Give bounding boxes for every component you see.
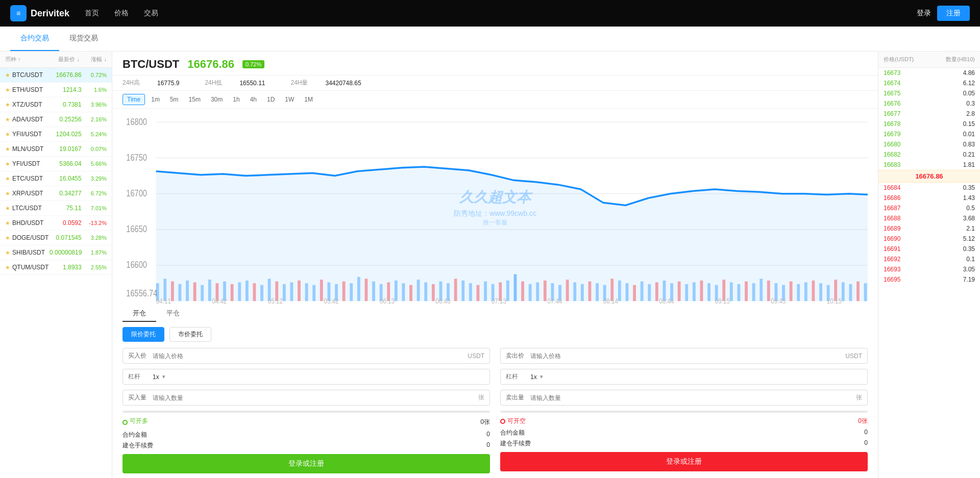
tab-close[interactable]: 平仓	[156, 306, 190, 322]
coin-name: YFI/USDT	[12, 160, 50, 167]
table-row[interactable]: 16687 0.5	[878, 203, 980, 213]
buy-price-input[interactable]	[153, 353, 468, 360]
register-button[interactable]: 注册	[937, 6, 970, 21]
buy-contract-amount-row: 合约金额 0	[122, 431, 490, 439]
table-row[interactable]: 16683 1.81	[878, 160, 980, 170]
buy-leverage-select[interactable]: 1x ▼	[153, 373, 484, 381]
sell-leverage-select[interactable]: 1x ▼	[530, 373, 862, 381]
time-btn-1m[interactable]: 1m	[147, 94, 164, 105]
table-row[interactable]: 16688 3.68	[878, 213, 980, 223]
buy-submit-btn[interactable]: 登录或注册	[122, 454, 490, 473]
table-row[interactable]: 16695 7.19	[878, 274, 980, 285]
sub-nav-spot[interactable]: 现货交易	[59, 27, 108, 51]
svg-text:04:42: 04:42	[212, 297, 227, 305]
sell-price-input[interactable]	[530, 353, 845, 360]
nav-trade[interactable]: 交易	[144, 9, 158, 18]
ob-ask-price: 16676	[884, 100, 900, 107]
time-btn-1w[interactable]: 1W	[281, 94, 298, 105]
table-row[interactable]: 16673 4.86	[878, 68, 980, 78]
ob-ask-price: 16683	[884, 161, 900, 168]
nav-price[interactable]: 价格	[114, 9, 129, 18]
svg-rect-104	[842, 282, 845, 301]
coin-name: YFII/USDT	[12, 131, 50, 138]
table-row[interactable]: 16690 5.12	[878, 234, 980, 244]
list-item[interactable]: ★ ETC/USDT 16.0455 3.29%	[0, 171, 112, 186]
table-row[interactable]: 16677 2.8	[878, 109, 980, 119]
buy-qty-label: 买入量	[128, 393, 149, 402]
star-icon: ★	[5, 146, 10, 153]
svg-rect-91	[745, 282, 748, 301]
sub-nav-contract[interactable]: 合约交易	[10, 27, 59, 51]
time-btn-15m[interactable]: 15m	[185, 94, 205, 105]
svg-rect-84	[693, 282, 696, 301]
table-row[interactable]: 16682 0.21	[878, 149, 980, 160]
sell-qty-input[interactable]	[530, 394, 856, 401]
list-item[interactable]: ★ SHIB/USDT 0.00000819 1.87%	[0, 245, 112, 260]
list-item[interactable]: ★ BHD/USDT 0.0592 -13.2%	[0, 216, 112, 231]
ob-bid-price: 16693	[884, 266, 900, 273]
list-item[interactable]: ★ QTUM/USDT 1.8933 2.55%	[0, 260, 112, 275]
buy-fee-row: 建仓手续费 0	[122, 441, 490, 450]
list-item[interactable]: ★ XTZ/USDT 0.7381 3.96%	[0, 97, 112, 112]
svg-rect-70	[589, 282, 592, 301]
star-icon: ★	[5, 102, 10, 108]
table-row[interactable]: 16686 1.43	[878, 193, 980, 203]
time-btn-1M[interactable]: 1M	[300, 94, 317, 105]
ob-bid-qty: 3.05	[963, 266, 975, 273]
list-item[interactable]: ★ ADA/USDT 0.25256 2.16%	[0, 112, 112, 127]
list-item[interactable]: ★ XRP/USDT 0.34277 6.72%	[0, 186, 112, 201]
time-btn-1h[interactable]: 1h	[229, 94, 243, 105]
ob-price-header: 价格(USDT)	[884, 56, 914, 63]
svg-rect-69	[581, 284, 584, 301]
coin-change: 5.66%	[82, 161, 107, 167]
list-item[interactable]: ★ MLN/USDT 19.0167 0.07%	[0, 142, 112, 157]
table-row[interactable]: 16676 0.3	[878, 98, 980, 109]
nav-home[interactable]: 首页	[85, 9, 99, 18]
table-row[interactable]: 16678 0.15	[878, 119, 980, 129]
table-row[interactable]: 16680 0.83	[878, 139, 980, 149]
time-btn-4h[interactable]: 4h	[246, 94, 261, 105]
time-btn-1d[interactable]: 1D	[263, 94, 279, 105]
list-item[interactable]: ★ YFII/USDT 1204.025 5.24%	[0, 127, 112, 142]
sell-submit-btn[interactable]: 登录或注册	[500, 452, 868, 471]
svg-rect-74	[618, 281, 621, 301]
list-item[interactable]: ★ LTC/USDT 75.11 7.01%	[0, 201, 112, 216]
time-btn-time[interactable]: Time	[122, 94, 145, 105]
coin-price: 16.0455	[50, 175, 82, 182]
list-item[interactable]: ★ DOGE/USDT 0.071545 3.28%	[0, 231, 112, 245]
low-value: 16550.11	[239, 80, 265, 87]
orderbook-asks: 16673 4.86 16674 6.12 16675 0.05 16676 0…	[878, 68, 980, 170]
ob-bid-qty: 1.43	[963, 194, 975, 202]
time-btn-30m[interactable]: 30m	[207, 94, 227, 105]
table-row[interactable]: 16675 0.05	[878, 88, 980, 98]
table-row[interactable]: 16679 0.01	[878, 129, 980, 139]
svg-rect-59	[506, 281, 509, 301]
vol-value: 34420748.65	[326, 80, 361, 87]
table-row[interactable]: 16691 0.35	[878, 244, 980, 254]
ob-current-price: 16676.86	[915, 172, 943, 180]
coin-price: 16676.86	[50, 71, 82, 79]
login-button[interactable]: 登录	[917, 9, 931, 18]
table-row[interactable]: 16684 0.35	[878, 183, 980, 193]
coin-name: BTC/USDT	[12, 71, 50, 79]
star-icon: ★	[5, 175, 10, 182]
svg-text:05:12: 05:12	[268, 297, 283, 305]
limit-order-btn[interactable]: 限价委托	[122, 327, 164, 342]
coin-change: 6.72%	[82, 190, 107, 196]
table-row[interactable]: 16674 6.12	[878, 78, 980, 88]
list-item[interactable]: ★ BTC/USDT 16676.86 0.72%	[0, 68, 112, 83]
list-item[interactable]: ★ ETH/USDT 1214.3 1.6%	[0, 83, 112, 97]
list-item[interactable]: ★ YFI/USDT 5366.04 5.66%	[0, 157, 112, 171]
table-row[interactable]: 16693 3.05	[878, 264, 980, 274]
current-price: 16676.86	[187, 58, 234, 71]
vol-label: 24H量	[290, 79, 308, 87]
tab-open[interactable]: 开仓	[122, 306, 156, 322]
table-row[interactable]: 16692 0.1	[878, 254, 980, 264]
table-row[interactable]: 16689 2.1	[878, 223, 980, 234]
buy-qty-input[interactable]	[153, 394, 478, 401]
logo[interactable]: ≡ Derivitek	[10, 5, 69, 21]
market-order-btn[interactable]: 市价委托	[169, 327, 211, 342]
time-btn-5m[interactable]: 5m	[166, 94, 183, 105]
sell-contract-amount-row: 合约金额 0	[500, 429, 868, 437]
coin-name: SHIB/USDT	[12, 249, 50, 256]
